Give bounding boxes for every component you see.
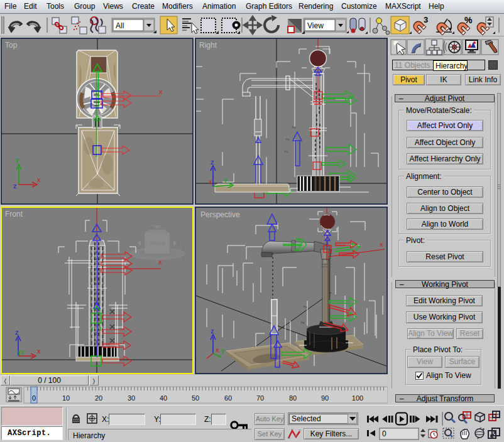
svg-text:All: All bbox=[116, 21, 124, 30]
svg-text:30: 30 bbox=[128, 394, 135, 402]
svg-text:z: z bbox=[299, 321, 305, 324]
svg-text:20: 20 bbox=[95, 394, 102, 402]
svg-text:Perspective: Perspective bbox=[200, 210, 240, 219]
svg-text:y: y bbox=[16, 156, 19, 163]
svg-text:z: z bbox=[302, 305, 308, 308]
svg-text:x: x bbox=[216, 346, 219, 353]
svg-text:3: 3 bbox=[424, 15, 428, 24]
svg-text:Right: Right bbox=[199, 41, 217, 50]
svg-text:%: % bbox=[464, 15, 473, 25]
svg-text:70: 70 bbox=[256, 394, 264, 402]
svg-text:90: 90 bbox=[321, 394, 329, 402]
svg-text:y: y bbox=[21, 348, 25, 355]
svg-text:50: 50 bbox=[192, 394, 199, 402]
svg-text:x: x bbox=[380, 240, 383, 248]
svg-text:10: 10 bbox=[62, 394, 70, 402]
svg-text:80: 80 bbox=[289, 394, 297, 402]
svg-text:z: z bbox=[283, 150, 289, 153]
svg-text:60: 60 bbox=[224, 394, 232, 402]
svg-text:FRONT: FRONT bbox=[150, 241, 166, 245]
svg-text:40: 40 bbox=[160, 394, 167, 402]
svg-text:0: 0 bbox=[32, 394, 36, 402]
svg-text:y: y bbox=[224, 176, 227, 183]
svg-text:View: View bbox=[307, 21, 324, 30]
svg-text:x: x bbox=[158, 258, 162, 266]
svg-text:x: x bbox=[209, 178, 212, 185]
svg-text:z: z bbox=[211, 327, 214, 335]
svg-text:z: z bbox=[211, 158, 214, 166]
svg-text:y: y bbox=[221, 347, 225, 354]
svg-text:x: x bbox=[37, 347, 41, 355]
svg-text:x: x bbox=[159, 88, 163, 95]
svg-text:z: z bbox=[13, 182, 17, 190]
svg-text:x: x bbox=[37, 176, 41, 183]
svg-text:Top: Top bbox=[5, 41, 18, 50]
svg-text:z: z bbox=[284, 137, 290, 141]
svg-text:z: z bbox=[15, 328, 19, 336]
svg-text:0: 0 bbox=[382, 429, 386, 438]
svg-text:z: z bbox=[290, 126, 297, 129]
svg-text:100: 100 bbox=[352, 394, 363, 402]
svg-text:Front: Front bbox=[5, 210, 23, 218]
